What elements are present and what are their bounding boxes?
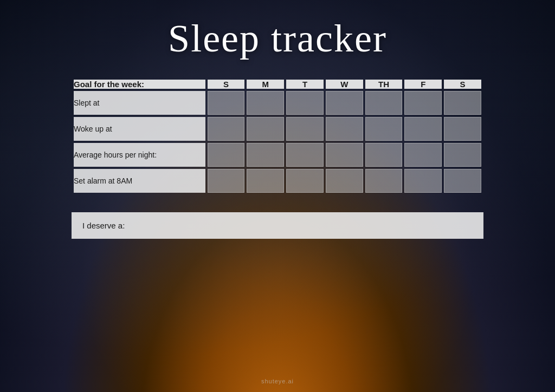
goal-header: Goal for the week: bbox=[74, 80, 205, 89]
alarm-m[interactable] bbox=[247, 169, 284, 193]
slept-at-f[interactable] bbox=[404, 91, 442, 115]
woke-at-s2[interactable] bbox=[444, 117, 481, 141]
avg-s2[interactable] bbox=[444, 143, 481, 167]
avg-th[interactable] bbox=[365, 143, 403, 167]
alarm-s1[interactable] bbox=[208, 169, 245, 193]
bottom-row: I deserve a: bbox=[72, 212, 483, 239]
slept-at-w[interactable] bbox=[326, 91, 363, 115]
set-alarm-label: Set alarm at 8AM bbox=[74, 169, 205, 193]
avg-m[interactable] bbox=[247, 143, 284, 167]
avg-s1[interactable] bbox=[208, 143, 245, 167]
woke-up-at-label: Woke up at bbox=[74, 117, 205, 141]
avg-hours-label: Average hours per night: bbox=[74, 143, 205, 167]
woke-at-th[interactable] bbox=[365, 117, 403, 141]
woke-at-m[interactable] bbox=[247, 117, 284, 141]
alarm-f[interactable] bbox=[404, 169, 442, 193]
page-title: Sleep tracker bbox=[168, 16, 387, 61]
slept-at-s1[interactable] bbox=[208, 91, 245, 115]
woke-at-s1[interactable] bbox=[208, 117, 245, 141]
woke-at-f[interactable] bbox=[404, 117, 442, 141]
day-header-t: T bbox=[286, 80, 324, 89]
slept-at-th[interactable] bbox=[365, 91, 403, 115]
slept-at-t[interactable] bbox=[286, 91, 324, 115]
tracker-table: Goal for the week: S M T W TH F S Slept … bbox=[72, 77, 483, 195]
alarm-s2[interactable] bbox=[444, 169, 481, 193]
avg-w[interactable] bbox=[326, 143, 363, 167]
table-row: Average hours per night: bbox=[74, 143, 481, 167]
main-content: Sleep tracker Goal for the week: S M T W… bbox=[0, 0, 555, 392]
day-header-f: F bbox=[404, 80, 442, 89]
avg-f[interactable] bbox=[404, 143, 442, 167]
deserve-box[interactable]: I deserve a: bbox=[72, 212, 483, 239]
header-row: Goal for the week: S M T W TH F S bbox=[74, 80, 481, 89]
day-header-w: W bbox=[326, 80, 363, 89]
table-row: Slept at bbox=[74, 91, 481, 115]
day-header-s1: S bbox=[208, 80, 245, 89]
day-header-m: M bbox=[247, 80, 284, 89]
table-row: Woke up at bbox=[74, 117, 481, 141]
slept-at-s2[interactable] bbox=[444, 91, 481, 115]
day-header-th: TH bbox=[365, 80, 403, 89]
table-row: Set alarm at 8AM bbox=[74, 169, 481, 193]
alarm-t[interactable] bbox=[286, 169, 324, 193]
alarm-th[interactable] bbox=[365, 169, 403, 193]
avg-t[interactable] bbox=[286, 143, 324, 167]
woke-at-w[interactable] bbox=[326, 117, 363, 141]
day-header-s2: S bbox=[444, 80, 481, 89]
watermark: shuteye.ai bbox=[261, 378, 294, 384]
slept-at-label: Slept at bbox=[74, 91, 205, 115]
woke-at-t[interactable] bbox=[286, 117, 324, 141]
alarm-w[interactable] bbox=[326, 169, 363, 193]
slept-at-m[interactable] bbox=[247, 91, 284, 115]
